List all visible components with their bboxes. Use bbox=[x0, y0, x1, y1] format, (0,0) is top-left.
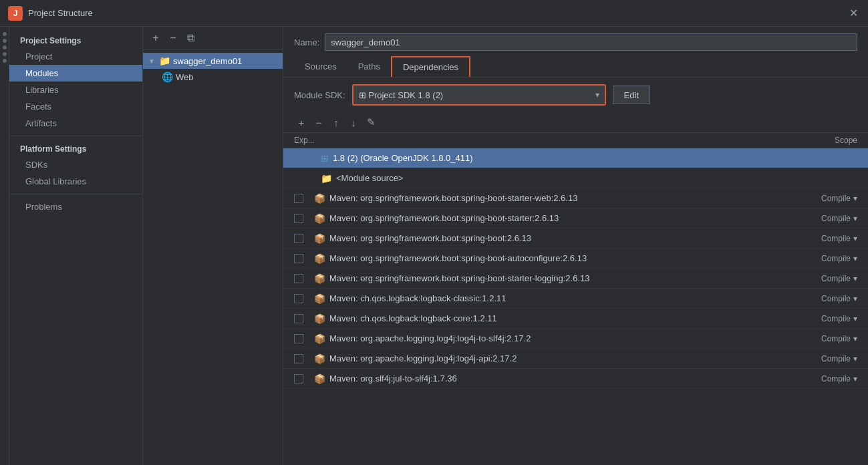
dep-checkbox[interactable] bbox=[294, 354, 303, 363]
tab-sources[interactable]: Sources bbox=[294, 57, 347, 78]
dep-checkbox-area[interactable] bbox=[294, 274, 309, 283]
dep-scope: Compile ▾ bbox=[777, 314, 857, 323]
dep-row[interactable]: 📦 Maven: org.springframework.boot:spring… bbox=[283, 188, 868, 208]
sidebar-item-problems[interactable]: Problems bbox=[9, 198, 142, 215]
chevron-down-icon[interactable]: ▾ bbox=[853, 254, 857, 263]
dep-scope: Compile ▾ bbox=[777, 254, 857, 263]
chevron-down-icon[interactable]: ▾ bbox=[853, 294, 857, 303]
sdk-row: Module SDK: ⊞ Project SDK 1.8 (2) ▾ Edit bbox=[283, 78, 868, 112]
tree-remove-button[interactable]: − bbox=[166, 31, 180, 45]
dep-row[interactable]: 📦 Maven: org.springframework.boot:spring… bbox=[283, 228, 868, 249]
dep-checkbox-area[interactable] bbox=[294, 334, 309, 343]
dep-checkbox[interactable] bbox=[294, 334, 303, 343]
chevron-down-icon[interactable]: ▾ bbox=[853, 334, 857, 343]
title-bar: J Project Structure ✕ bbox=[0, 0, 868, 27]
dep-checkbox-area[interactable] bbox=[294, 254, 309, 263]
dep-row[interactable]: 📦 Maven: org.apache.logging.log4j:log4j-… bbox=[283, 329, 868, 349]
dep-row-module-source[interactable]: 📁 <Module source> bbox=[283, 168, 868, 188]
dep-row[interactable]: 📦 Maven: org.springframework.boot:spring… bbox=[283, 249, 868, 269]
chevron-down-icon[interactable]: ▾ bbox=[853, 374, 857, 383]
name-input[interactable] bbox=[325, 33, 857, 51]
strip-dot bbox=[3, 52, 7, 56]
dep-checkbox[interactable] bbox=[294, 274, 303, 283]
sidebar-item-project[interactable]: Project bbox=[9, 48, 142, 65]
name-label: Name: bbox=[294, 37, 319, 47]
dep-add-button[interactable]: + bbox=[294, 115, 309, 130]
dep-name: Maven: org.springframework.boot:spring-b… bbox=[329, 233, 777, 243]
web-icon: 🌐 bbox=[162, 71, 173, 82]
dep-checkbox-area[interactable] bbox=[294, 194, 309, 203]
strip-dot bbox=[3, 45, 7, 49]
dep-name: 1.8 (2) (Oracle OpenJDK 1.8.0_411) bbox=[333, 153, 777, 163]
dep-row[interactable]: 📦 Maven: org.springframework.boot:spring… bbox=[283, 269, 868, 289]
dep-row[interactable]: 📦 Maven: ch.qos.logback:logback-classic:… bbox=[283, 289, 868, 309]
dep-checkbox[interactable] bbox=[294, 314, 303, 323]
tree-item-swagger-demo01[interactable]: ▼ 📁 swagger_demo01 bbox=[143, 53, 283, 69]
edit-sdk-button[interactable]: Edit bbox=[613, 86, 650, 104]
project-settings-header: Project Settings bbox=[9, 32, 142, 48]
chevron-down-icon[interactable]: ▾ bbox=[853, 214, 857, 223]
dep-checkbox-area[interactable] bbox=[294, 294, 309, 303]
dep-checkbox[interactable] bbox=[294, 254, 303, 263]
dep-checkbox[interactable] bbox=[294, 214, 303, 223]
dep-scope: Compile ▾ bbox=[777, 294, 857, 303]
tree-item-web[interactable]: 🌐 Web bbox=[143, 69, 283, 85]
left-panel: Project Settings Project Modules Librari… bbox=[9, 27, 143, 465]
divider bbox=[9, 136, 142, 136]
name-row: Name: bbox=[283, 27, 868, 56]
dep-checkbox-area[interactable] bbox=[294, 374, 309, 383]
dep-row[interactable]: 📦 Maven: org.slf4j:jul-to-slf4j:1.7.36 C… bbox=[283, 369, 868, 389]
maven-icon: 📦 bbox=[314, 233, 325, 244]
dep-move-up-button[interactable]: ↑ bbox=[329, 115, 343, 130]
dep-row-jdk[interactable]: ⊞ 1.8 (2) (Oracle OpenJDK 1.8.0_411) bbox=[283, 148, 868, 168]
sidebar-item-artifacts[interactable]: Artifacts bbox=[9, 115, 142, 132]
tab-dependencies[interactable]: Dependencies bbox=[391, 56, 470, 77]
dep-checkbox[interactable] bbox=[294, 234, 303, 243]
dep-table[interactable]: ⊞ 1.8 (2) (Oracle OpenJDK 1.8.0_411) 📁 <… bbox=[283, 148, 868, 465]
dep-checkbox-area[interactable] bbox=[294, 314, 309, 323]
dep-remove-button[interactable]: − bbox=[311, 115, 326, 130]
dep-checkbox[interactable] bbox=[294, 374, 303, 383]
chevron-down-icon[interactable]: ▾ bbox=[853, 234, 857, 243]
sidebar-item-modules[interactable]: Modules bbox=[9, 65, 142, 82]
dep-checkbox-area[interactable] bbox=[294, 354, 309, 363]
divider bbox=[9, 194, 142, 194]
dep-scope: Compile ▾ bbox=[777, 374, 857, 383]
dep-name: Maven: org.apache.logging.log4j:log4j-ap… bbox=[329, 353, 777, 363]
dep-row[interactable]: 📦 Maven: org.apache.logging.log4j:log4j-… bbox=[283, 349, 868, 369]
module-source-icon: 📁 bbox=[321, 173, 332, 184]
dep-checkbox-area[interactable] bbox=[294, 214, 309, 223]
sidebar-item-libraries[interactable]: Libraries bbox=[9, 82, 142, 98]
title-bar-text: Project Structure bbox=[28, 8, 847, 18]
close-button[interactable]: ✕ bbox=[847, 7, 860, 20]
dep-name: Maven: org.slf4j:jul-to-slf4j:1.7.36 bbox=[329, 373, 777, 383]
dep-scope: Compile ▾ bbox=[777, 194, 857, 203]
dep-row[interactable]: 📦 Maven: ch.qos.logback:logback-core:1.2… bbox=[283, 309, 868, 329]
chevron-down-icon[interactable]: ▾ bbox=[853, 314, 857, 323]
chevron-down-icon[interactable]: ▾ bbox=[853, 354, 857, 363]
tree-add-button[interactable]: + bbox=[148, 31, 163, 45]
sidebar-item-global-libraries[interactable]: Global Libraries bbox=[9, 173, 142, 190]
tab-paths[interactable]: Paths bbox=[347, 57, 391, 78]
dep-checkbox[interactable] bbox=[294, 294, 303, 303]
right-content: Name: Sources Paths Dependencies Module … bbox=[283, 27, 868, 465]
dep-edit-button[interactable]: ✎ bbox=[364, 115, 378, 130]
sidebar-item-facets[interactable]: Facets bbox=[9, 98, 142, 115]
col-header-name bbox=[321, 136, 777, 145]
col-header-scope: Scope bbox=[777, 136, 857, 145]
main-layout: Project Settings Project Modules Librari… bbox=[0, 27, 868, 465]
tree-item-label: Web bbox=[176, 72, 194, 82]
dep-checkbox[interactable] bbox=[294, 194, 303, 203]
dep-checkbox-area[interactable] bbox=[294, 234, 309, 243]
dep-name: <Module source> bbox=[336, 173, 777, 183]
dep-row[interactable]: 📦 Maven: org.springframework.boot:spring… bbox=[283, 208, 868, 228]
left-strip bbox=[0, 27, 9, 465]
tree-copy-button[interactable]: ⧉ bbox=[183, 31, 198, 45]
sdk-select[interactable]: ⊞ Project SDK 1.8 (2) bbox=[353, 86, 605, 104]
chevron-down-icon[interactable]: ▾ bbox=[853, 194, 857, 203]
dep-scope: Compile ▾ bbox=[777, 214, 857, 223]
chevron-down-icon[interactable]: ▾ bbox=[853, 274, 857, 283]
jdk-icon: ⊞ bbox=[321, 153, 329, 164]
dep-move-down-button[interactable]: ↓ bbox=[346, 115, 361, 130]
sidebar-item-sdks[interactable]: SDKs bbox=[9, 156, 142, 173]
